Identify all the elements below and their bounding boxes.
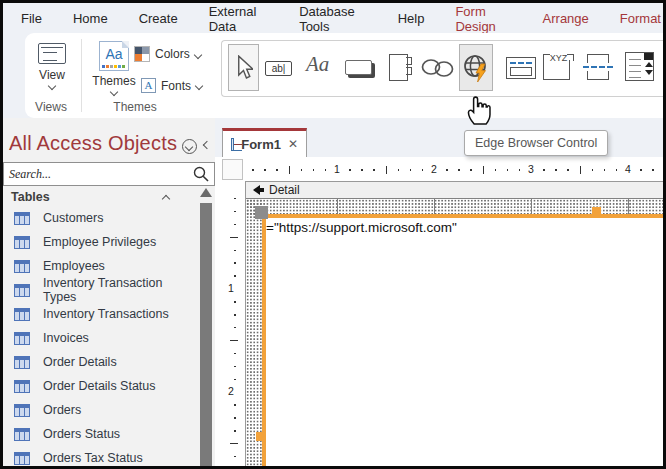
nav-item-order-details[interactable]: Order Details <box>3 350 199 374</box>
themes-label: Themes <box>92 74 135 88</box>
tables-group-header[interactable]: Tables <box>11 190 50 204</box>
label-control-button[interactable]: Aa <box>306 52 329 77</box>
fonts-label: Fonts <box>161 79 191 93</box>
combo-box-icon <box>625 52 654 81</box>
tables-list: Customers Employee Privileges Employees … <box>3 206 199 469</box>
table-icon <box>14 236 30 249</box>
colors-label: Colors <box>155 47 190 61</box>
theme-fonts-icon: A <box>141 78 156 93</box>
horizontal-ruler[interactable]: 1 2 3 4 <box>248 159 663 180</box>
hand-cursor-icon <box>465 91 493 131</box>
nav-item-orders[interactable]: Orders <box>3 398 199 422</box>
nav-pane-menu-icon[interactable] <box>182 139 197 154</box>
form-design-canvas[interactable]: Detail ="https://support.microsoft.com" <box>245 181 663 469</box>
select-control-button[interactable] <box>228 44 259 91</box>
browser-control-source-text[interactable]: ="https://support.microsoft.com" <box>266 220 457 235</box>
ribbon-tab-bar: File Home Create External Data Database … <box>3 3 663 33</box>
selection-border-top[interactable] <box>262 214 663 218</box>
theme-colors-icon <box>134 46 150 62</box>
hyperlink-icon <box>420 57 456 79</box>
select-arrow-icon <box>234 55 253 81</box>
chevron-down-icon <box>49 82 56 89</box>
table-icon <box>14 452 30 465</box>
detail-section-label: Detail <box>269 183 300 197</box>
menu-home[interactable]: Home <box>71 5 110 31</box>
text-box-icon: ab| <box>265 61 292 76</box>
ruler-number: 1 <box>228 282 234 294</box>
table-icon <box>14 260 30 273</box>
chevron-down-icon <box>196 82 203 89</box>
button-icon <box>345 60 372 75</box>
grid-line <box>337 199 338 215</box>
table-icon <box>14 404 30 417</box>
close-tab-icon[interactable]: ✕ <box>288 137 298 151</box>
table-icon <box>14 428 30 441</box>
access-window: File Home Create External Data Database … <box>0 0 666 469</box>
nav-item-inventory-transactions[interactable]: Inventory Transactions <box>3 302 199 326</box>
vertical-ruler[interactable]: 1 2 <box>222 182 243 469</box>
scrollbar-up-icon[interactable] <box>200 188 212 197</box>
chevron-down-icon <box>111 88 118 95</box>
grid-line <box>434 199 435 215</box>
page-break-control-button[interactable] <box>583 54 613 80</box>
design-grid[interactable] <box>246 199 262 469</box>
subform-control-button[interactable] <box>506 57 536 79</box>
label-icon: Aa <box>306 52 329 76</box>
table-icon <box>14 212 30 225</box>
view-label: View <box>39 68 65 82</box>
search-placeholder: Search... <box>4 167 192 182</box>
edge-browser-globe-icon <box>461 53 491 83</box>
menu-file[interactable]: File <box>19 5 44 31</box>
nav-item-employee-privileges[interactable]: Employee Privileges <box>3 230 199 254</box>
colors-button[interactable]: Colors <box>134 46 202 62</box>
tooltip-text: Edge Browser Control <box>475 136 597 150</box>
themes-button[interactable]: Aa Themes <box>87 41 141 95</box>
nav-item-customers[interactable]: Customers <box>3 206 199 230</box>
nav-item-inventory-transaction-types[interactable]: Inventory Transaction Types <box>3 278 199 302</box>
edge-browser-control-button[interactable] <box>459 44 493 91</box>
resize-handle-left[interactable] <box>256 432 263 441</box>
ruler-number: 3 <box>528 163 534 175</box>
menu-create[interactable]: Create <box>137 5 180 31</box>
table-icon <box>14 380 30 393</box>
view-button[interactable]: View <box>28 43 76 89</box>
combo-box-control-button[interactable] <box>625 52 654 81</box>
page-number-icon: XYZ <box>543 54 574 80</box>
hyperlink-control-button[interactable] <box>420 57 456 83</box>
detail-section-bar[interactable]: Detail <box>246 182 663 199</box>
subform-icon <box>506 57 536 79</box>
menu-help[interactable]: Help <box>396 5 427 31</box>
text-box-control-button[interactable]: ab| <box>265 61 292 76</box>
chevron-down-icon <box>195 51 202 58</box>
grid-line <box>531 199 532 215</box>
nav-item-order-details-status[interactable]: Order Details Status <box>3 374 199 398</box>
nav-scrollbar-thumb[interactable] <box>200 203 212 469</box>
grid-line <box>628 199 629 215</box>
nav-item-invoices[interactable]: Invoices <box>3 326 199 350</box>
search-icon[interactable] <box>192 165 210 183</box>
themes-group-label: Themes <box>95 100 175 114</box>
menu-arrange[interactable]: Arrange <box>541 5 591 31</box>
nav-item-orders-tax-status[interactable]: Orders Tax Status <box>3 446 199 469</box>
fonts-button[interactable]: A Fonts <box>141 78 203 93</box>
ruler-number: 1 <box>334 163 340 175</box>
nav-item-employees[interactable]: Employees <box>3 254 199 278</box>
views-group-label: Views <box>23 100 79 114</box>
nav-item-orders-status[interactable]: Orders Status <box>3 422 199 446</box>
resize-handle-top[interactable] <box>592 207 601 214</box>
tab-form1-label: Form1 <box>241 137 281 152</box>
button-control-button[interactable] <box>345 60 372 75</box>
menu-format[interactable]: Format <box>618 5 663 31</box>
tab-form1[interactable]: Form1 ✕ <box>222 128 307 157</box>
tooltip: Edge Browser Control <box>464 130 608 156</box>
nav-pane-title: All Access Objects <box>9 132 177 155</box>
ruler-number: 4 <box>625 163 631 175</box>
form-icon <box>231 138 234 151</box>
nav-search-box[interactable]: Search... <box>3 162 215 186</box>
page-number-control-button[interactable]: XYZ <box>543 54 574 80</box>
move-handle[interactable] <box>255 206 268 219</box>
tab-control-button[interactable] <box>389 54 408 81</box>
themes-icon: Aa <box>99 41 129 71</box>
selection-border-left[interactable] <box>262 214 266 469</box>
table-icon <box>14 332 30 345</box>
